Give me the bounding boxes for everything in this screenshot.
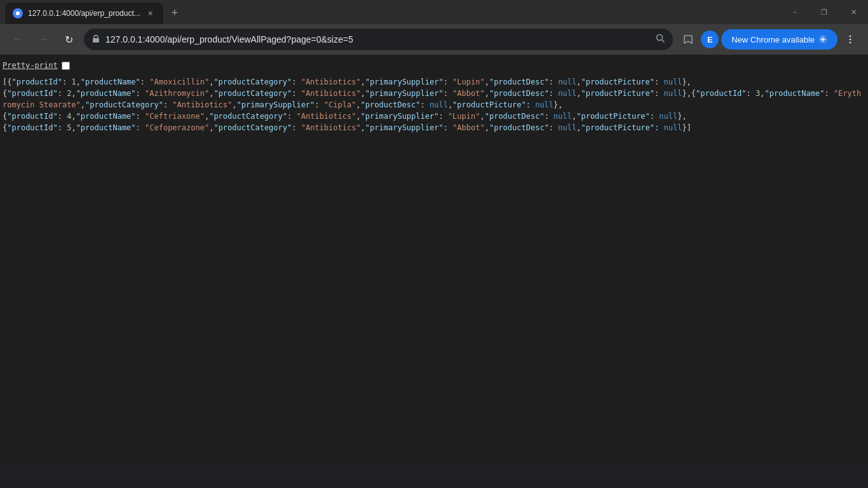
bookmark-button[interactable] <box>678 29 698 50</box>
pretty-print-checkbox[interactable] <box>62 62 70 70</box>
toolbar-right: E New Chrome available <box>678 29 860 50</box>
json-output: [{"productId": 1,"productName": "Amoxici… <box>3 76 865 133</box>
minimize-button[interactable]: − <box>780 0 810 24</box>
svg-point-6 <box>850 36 851 37</box>
security-icon <box>92 34 100 45</box>
new-tab-button[interactable]: + <box>166 4 184 22</box>
pretty-print-label[interactable]: Pretty-print <box>3 61 58 70</box>
back-button[interactable]: ← <box>8 29 28 50</box>
tab-close-button[interactable]: ✕ <box>146 8 156 18</box>
reload-button[interactable]: ↻ <box>58 29 79 50</box>
new-chrome-button[interactable]: New Chrome available <box>721 29 837 50</box>
svg-point-7 <box>850 39 851 41</box>
tab-favicon <box>13 8 23 18</box>
svg-point-8 <box>850 42 851 44</box>
url-text: 127.0.0.1:4000/api/erp_product/ViewAllPa… <box>105 34 650 44</box>
profile-button[interactable]: E <box>701 30 719 48</box>
omnibox-search-icon[interactable] <box>655 33 665 46</box>
content-area: Pretty-print [{"productId": 1,"productNa… <box>0 55 868 463</box>
svg-line-4 <box>662 40 665 43</box>
toolbar: ← → ↻ 127.0.0.1:4000/api/erp_product/Vie… <box>0 24 868 55</box>
pretty-print-bar: Pretty-print <box>3 60 865 71</box>
active-tab[interactable]: 127.0.0.1:4000/api/erp_product... ✕ <box>5 3 163 24</box>
tab-bar: 127.0.0.1:4000/api/erp_product... ✕ + − … <box>0 0 868 24</box>
tab-title: 127.0.0.1:4000/api/erp_product... <box>28 9 140 18</box>
forward-button[interactable]: → <box>33 29 53 50</box>
maximize-button[interactable]: ❐ <box>810 0 839 24</box>
omnibox[interactable]: 127.0.0.1:4000/api/erp_product/ViewAllPa… <box>84 29 673 50</box>
svg-rect-2 <box>93 38 99 43</box>
window-controls: − ❐ ✕ <box>780 0 868 24</box>
close-window-button[interactable]: ✕ <box>839 0 868 24</box>
svg-point-1 <box>16 11 20 15</box>
menu-button[interactable] <box>840 29 860 50</box>
